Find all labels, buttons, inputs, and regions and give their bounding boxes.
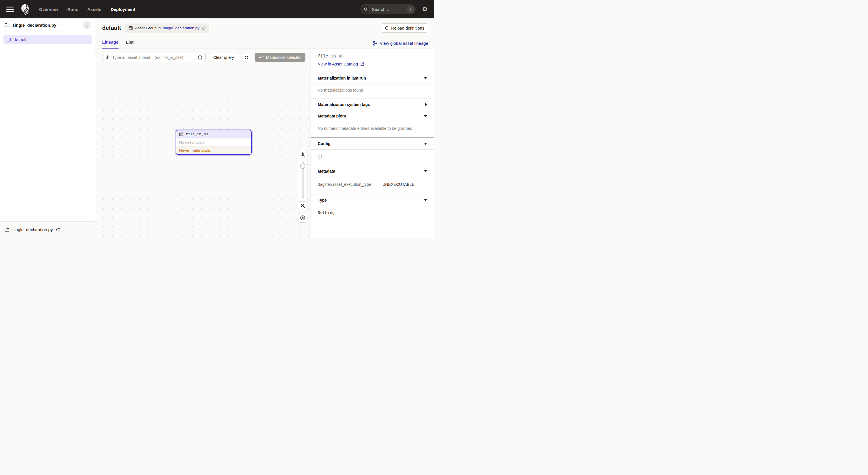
asset-group-icon xyxy=(128,26,133,30)
menu-icon[interactable] xyxy=(6,7,14,12)
footer-repo-name: single_declaration.py xyxy=(12,227,53,232)
clear-query-button[interactable]: Clear query xyxy=(209,53,238,62)
group-label: default xyxy=(13,37,26,42)
section-metadata-plots[interactable]: Metadata plots xyxy=(311,110,434,122)
asset-detail-panel: file_in_s3 View in Asset Catalog Materia… xyxy=(311,49,434,237)
refresh-icon xyxy=(384,26,389,30)
section-metadata[interactable]: Metadata xyxy=(311,165,434,177)
tab-lineage[interactable]: Lineage xyxy=(102,40,119,49)
view-global-asset-lineage-link[interactable]: View global asset lineage xyxy=(373,41,428,49)
dagster-logo xyxy=(20,3,32,15)
repo-count-badge: 1 xyxy=(83,22,90,29)
asset-group-context-pill: Asset Group in single_declaration.py xyxy=(125,24,209,33)
context-prefix: Asset Group in xyxy=(135,26,161,30)
search-box[interactable]: / xyxy=(361,4,415,14)
info-icon[interactable] xyxy=(198,55,203,60)
metadata-key: dagster/asset_execution_type xyxy=(318,182,382,187)
primary-nav: Overview Runs Assets Deployment xyxy=(39,7,135,12)
download-image-button[interactable] xyxy=(298,213,307,222)
zoom-controls xyxy=(298,150,307,222)
asset-node-file-in-s3[interactable]: file_in_s3 No description Never material… xyxy=(176,130,252,155)
sidebar: single_declaration.py 1 default single_d… xyxy=(0,19,95,237)
reload-context-icon[interactable] xyxy=(202,26,206,30)
asset-node-description: No description xyxy=(176,139,251,146)
metadata-value: UNEXECUTABLE xyxy=(382,182,414,187)
section-materialization-system-tags[interactable]: Materialization system tags xyxy=(311,98,434,110)
external-link-icon xyxy=(360,62,364,66)
tabs-row: Lineage List View global asset lineage xyxy=(95,37,434,49)
section-materialization-last-run[interactable]: Materialization in last run xyxy=(311,72,434,84)
nav-overview[interactable]: Overview xyxy=(39,7,58,12)
search-icon xyxy=(362,5,369,13)
nav-runs[interactable]: Runs xyxy=(67,7,79,12)
zoom-in-button[interactable] xyxy=(298,150,307,159)
materialization-empty-text: No materializations found xyxy=(311,84,434,98)
section-type[interactable]: Type xyxy=(311,194,434,206)
asset-node-name: file_in_s3 xyxy=(186,132,208,137)
refresh-graph-button[interactable] xyxy=(242,53,251,62)
nav-deployment[interactable]: Deployment xyxy=(111,7,135,12)
search-input[interactable] xyxy=(372,7,405,12)
main-area: default Asset Group in single_declaratio… xyxy=(95,19,434,237)
lineage-toolbar: Clear query ✦✦ Materialize selected xyxy=(102,53,305,62)
lineage-graph-icon xyxy=(373,41,377,46)
sidebar-item-group-default[interactable]: default xyxy=(3,35,92,44)
page-header: default Asset Group in single_declaratio… xyxy=(95,19,434,33)
sparkle-icon: ✦✦ xyxy=(258,55,264,59)
tab-list[interactable]: List xyxy=(126,40,134,49)
folder-icon xyxy=(5,23,9,27)
folder-icon xyxy=(5,228,9,232)
asset-query-input[interactable] xyxy=(112,55,195,60)
chevron-right-icon xyxy=(425,103,427,106)
reload-definitions-button[interactable]: Reload definitions xyxy=(381,23,428,33)
chevron-down-icon xyxy=(424,143,427,145)
table-icon xyxy=(179,132,183,137)
asset-group-icon xyxy=(6,37,11,42)
reload-repo-icon[interactable] xyxy=(56,228,60,232)
metadata-row: dagster/asset_execution_type UNEXECUTABL… xyxy=(318,182,427,187)
zoom-slider[interactable] xyxy=(298,159,307,201)
asset-node-status: Never materialized xyxy=(176,146,251,154)
type-value: Nothing xyxy=(311,206,434,220)
sidebar-item-repo[interactable]: single_declaration.py 1 xyxy=(0,19,95,32)
gear-icon[interactable]: ⚙ xyxy=(422,6,428,12)
page-title: default xyxy=(102,25,121,31)
materialize-selected-button[interactable]: ✦✦ Materialize selected xyxy=(255,53,305,62)
repo-name: single_declaration.py xyxy=(12,23,56,28)
top-nav: Overview Runs Assets Deployment / ⚙ xyxy=(0,0,434,19)
search-shortcut-key: / xyxy=(407,6,414,12)
view-in-asset-catalog-link[interactable]: View in Asset Catalog xyxy=(318,62,364,66)
section-config[interactable]: Config xyxy=(311,138,434,150)
zoom-slider-thumb[interactable] xyxy=(300,164,305,169)
chevron-down-icon xyxy=(424,170,427,172)
metadata-plots-empty-text: No numeric metadata entries available to… xyxy=(311,122,434,137)
chevron-down-icon xyxy=(424,115,427,117)
context-repo-link[interactable]: single_declaration.py xyxy=(163,26,199,30)
config-value: {} xyxy=(311,150,434,165)
chevron-down-icon xyxy=(424,77,427,79)
lineage-canvas[interactable]: Clear query ✦✦ Materialize selected xyxy=(95,49,311,237)
nav-assets[interactable]: Assets xyxy=(87,7,101,12)
chevron-down-icon xyxy=(424,199,427,201)
asset-title: file_in_s3 xyxy=(318,54,427,59)
asset-subset-icon xyxy=(105,55,110,60)
sidebar-footer: single_declaration.py xyxy=(0,221,95,237)
zoom-out-button[interactable] xyxy=(298,201,307,210)
asset-query-field[interactable] xyxy=(102,53,206,62)
